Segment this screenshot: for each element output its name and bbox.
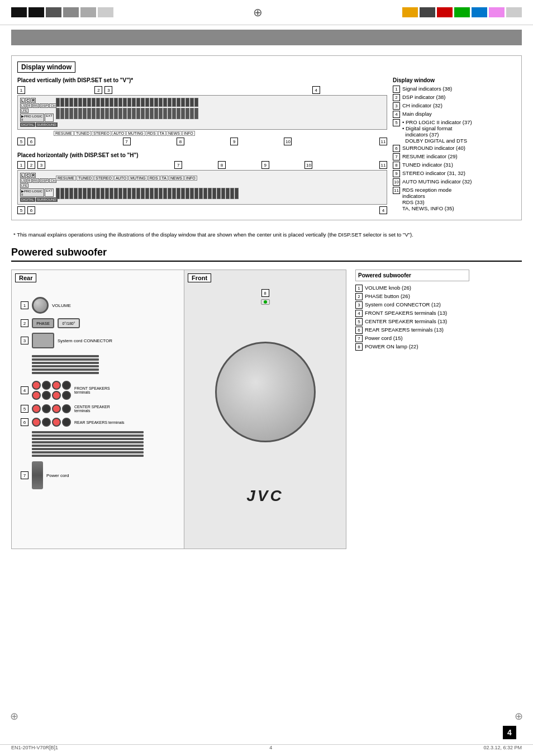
h-num-8: 8 xyxy=(218,161,226,169)
seg-unit xyxy=(141,98,145,107)
front-num-8: 8 xyxy=(261,289,269,297)
seg-unit xyxy=(69,108,73,119)
seg-unit xyxy=(101,108,104,119)
rear-num-1: 1 xyxy=(21,301,28,309)
h-rds: RDS xyxy=(148,176,160,181)
h-pro-ind: ▶PRO LOGIC II xyxy=(20,188,44,197)
horiz-indicators-row: RESUME TUNED STEREO AUTO MUTING RDS TA N… xyxy=(56,176,384,181)
seg-unit xyxy=(74,108,78,119)
legend-item-2: 2 DSP indicator (38) xyxy=(393,94,516,101)
sp-term-r1 xyxy=(32,381,41,390)
seg-unit xyxy=(118,98,122,107)
legend-num-1: 1 xyxy=(393,86,400,93)
right-compass: ⊕ xyxy=(515,710,523,722)
seg-unit xyxy=(185,108,189,119)
seg-unit xyxy=(203,188,207,199)
sw-text-2: PHASE button (26) xyxy=(365,293,410,299)
color-block-2 xyxy=(28,7,44,17)
sw-text-6: REAR SPEAKERS terminals (13) xyxy=(365,327,444,333)
seg-unit xyxy=(163,98,167,107)
v-num-8: 8 xyxy=(177,138,184,145)
sp-term-rs-r xyxy=(32,418,41,427)
power-on-lamp xyxy=(261,299,270,305)
seg-unit xyxy=(127,188,131,199)
heatsink-bar-2 xyxy=(32,431,144,433)
jvc-logo: JVC xyxy=(189,487,341,505)
sw-legend-2: 2 PHASE button (26) xyxy=(355,293,469,300)
front-label: Front xyxy=(188,273,211,282)
sw-text-8: POWER ON lamp (22) xyxy=(365,343,418,349)
heatsink-bar xyxy=(32,362,99,364)
horizontal-label: Placed horizontally (with DISP.SET set t… xyxy=(17,152,387,158)
v-num-7: 7 xyxy=(123,138,131,145)
v-num-2: 2 xyxy=(94,86,102,94)
seg-unit xyxy=(168,188,172,199)
rear-num-4: 4 xyxy=(21,386,28,394)
legend-text-7: RESUME indicator (29) xyxy=(402,153,458,159)
seg-unit xyxy=(56,108,60,119)
phase-switch[interactable]: 0°/180° xyxy=(58,318,80,328)
color-block-r1 xyxy=(402,7,418,17)
seg-unit xyxy=(221,188,225,199)
system-cord-connector xyxy=(32,333,54,348)
h-num-10: 10 xyxy=(304,161,312,169)
h-digital-ind: DIGITAL xyxy=(20,197,35,202)
sp-term-c-b xyxy=(42,404,51,413)
sw-text-3: System cord CONNECTOR (12) xyxy=(365,301,441,308)
vertical-label: Placed vertically (with DISP.SET set to … xyxy=(17,77,387,83)
legend-num-2: 2 xyxy=(393,94,400,101)
heatsink-bar xyxy=(32,355,99,357)
display-legend: Display window 1 Signal indicators (38) … xyxy=(393,77,516,214)
rear-panel-components: 1 VOLUME 2 PHASE 0°/180° 3 System cord C… xyxy=(16,295,179,492)
seg-unit xyxy=(145,98,149,107)
v-num-6: 6 xyxy=(27,138,35,145)
sp-term-rs-r2 xyxy=(52,418,61,427)
surround-indicator: SURROUND xyxy=(36,122,58,127)
display-diagrams: Placed vertically (with DISP.SET set to … xyxy=(17,77,516,214)
footer-center: 4 xyxy=(269,745,272,750)
seg-unit xyxy=(69,188,73,199)
h-r-ind: R xyxy=(31,173,36,178)
sp-term-b2 xyxy=(62,381,71,390)
seg-unit xyxy=(114,108,118,119)
subwoofer-legend-title: Powered subwoofer xyxy=(355,270,469,281)
seg-unit xyxy=(181,188,185,199)
h-num-1: 1 xyxy=(17,161,25,169)
seg-unit xyxy=(69,98,73,107)
footer-right: 02.3.12, 6:32 PM xyxy=(483,745,522,750)
r2-indicator: R xyxy=(27,103,31,108)
heatsink-bar xyxy=(32,358,99,361)
phase-button[interactable]: PHASE xyxy=(32,318,54,328)
horiz-display-box: L C R LS R RS DSP CH xyxy=(17,170,387,205)
legend-num-6: 6 xyxy=(393,145,400,152)
sub-indicator-row: LS R RS DSP CH xyxy=(20,103,54,108)
h-num-3: 3 xyxy=(37,161,45,169)
legend-item-1: 1 Signal indicators (38) xyxy=(393,86,516,93)
horiz-left-indicators: L C R LS R RS DSP CH xyxy=(20,173,54,202)
display-footnote: * This manual explains operations using … xyxy=(11,231,522,238)
front-panel: Front 8 JVC xyxy=(184,270,346,549)
legend-item-10: 10 AUTO MUTING indicator (32) xyxy=(393,178,516,186)
seg-unit xyxy=(235,188,239,199)
seg-unit xyxy=(141,188,145,199)
sw-num-8: 8 xyxy=(355,343,363,351)
seg-unit xyxy=(65,188,69,199)
sw-num-3: 3 xyxy=(355,301,363,309)
phase-row: 2 PHASE 0°/180° xyxy=(21,318,80,328)
heatsink-bar-2 xyxy=(32,451,144,453)
sp-term-r2 xyxy=(52,381,61,390)
sp-term-b1 xyxy=(42,381,51,390)
seg-unit xyxy=(159,108,163,119)
sp-term-c-r2 xyxy=(52,404,61,413)
seg-unit xyxy=(96,188,100,199)
front-terminal-row-1 xyxy=(32,381,71,390)
rear-num-2: 2 xyxy=(21,319,28,327)
h-surround-ind: SURROUND xyxy=(36,197,58,202)
vertical-display-box: L C R LS R RS DSP CH xyxy=(17,95,387,130)
seg-unit xyxy=(132,108,136,119)
seg-unit xyxy=(177,108,180,119)
legend-num-5: 5 xyxy=(393,119,400,126)
seg-unit xyxy=(114,188,118,199)
heatsink-area xyxy=(32,355,99,374)
seg-unit xyxy=(181,108,185,119)
